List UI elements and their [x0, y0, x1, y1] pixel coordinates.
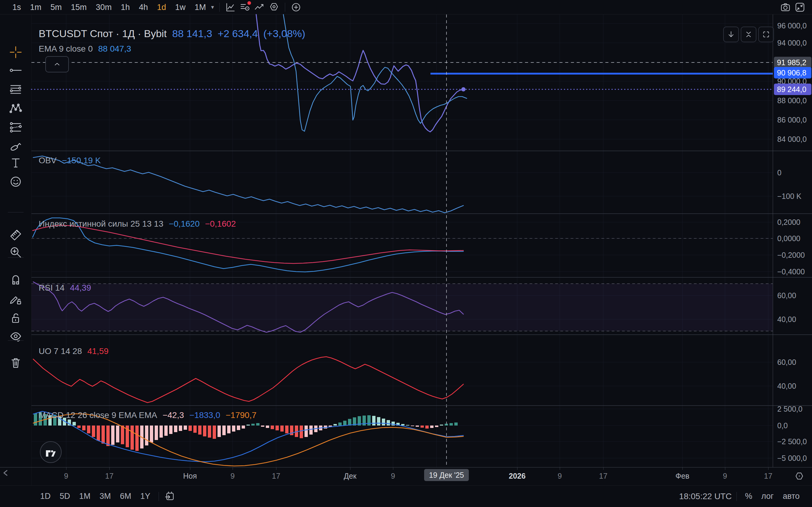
timeframe-button-1M[interactable]: 1M — [190, 1, 211, 13]
price-axis-label: 40,00 — [777, 315, 796, 324]
range-button-5D[interactable]: 5D — [55, 492, 75, 501]
timeframe-button-4h[interactable]: 4h — [135, 1, 153, 13]
trend-line-tool[interactable] — [6, 62, 26, 79]
macd-bar — [387, 420, 390, 426]
measure-tool[interactable] — [6, 225, 26, 243]
timeframe-button-1s[interactable]: 1s — [8, 1, 26, 13]
price-axis-label: 86 000,0 — [777, 116, 807, 124]
text-tool[interactable] — [6, 154, 26, 172]
timeframe-button-5m[interactable]: 5m — [46, 1, 66, 13]
indicator-legend-macd[interactable]: MACD 12 26 close 9 EMA EMA−42,3−1833,0−1… — [39, 410, 262, 420]
range-button-1D[interactable]: 1D — [36, 492, 55, 501]
indicator-legend-ema[interactable]: EMA 9 close 088 047,3 — [39, 44, 137, 54]
scale-button-2[interactable]: авто — [778, 492, 804, 501]
legend-rsi-part: RSI 14 — [39, 283, 65, 293]
time-axis-tick — [233, 467, 233, 470]
macd-bar — [416, 426, 419, 427]
price-axis[interactable]: 96 000,094 000,090 000,088 000,086 000,0… — [773, 14, 812, 467]
collapse-panes-button[interactable] — [741, 26, 756, 42]
timeframe-button-1m[interactable]: 1m — [26, 1, 46, 13]
time-axis-tick — [109, 467, 110, 470]
emoji-tool[interactable] — [6, 173, 26, 190]
macd-bar — [271, 426, 274, 429]
bottom-toolbar: 1D5D1M3M6M1Y 18:05:22 UTC %логавто — [0, 485, 812, 507]
price-axis-label: −2 500,0 — [777, 437, 807, 446]
goto-date-button[interactable] — [162, 490, 177, 503]
range-button-1M[interactable]: 1M — [74, 492, 95, 501]
drawing-lock-tool[interactable] — [6, 290, 26, 308]
hide-drawings-tool[interactable] — [6, 327, 26, 345]
projection-tool[interactable] — [6, 118, 26, 136]
time-axis-tick — [560, 467, 560, 470]
range-button-3M[interactable]: 3M — [95, 492, 116, 501]
gear-hex-icon — [794, 471, 805, 482]
divider — [8, 258, 23, 258]
timeframe-button-15m[interactable]: 15m — [66, 1, 92, 13]
macd-bar — [247, 425, 250, 426]
maximize-pane-button[interactable] — [758, 26, 774, 42]
notification-dot — [247, 1, 251, 5]
indicator-templates-button[interactable] — [267, 1, 281, 14]
legend-obv-part: −150,19 K — [62, 156, 101, 165]
compare-button[interactable] — [252, 1, 267, 14]
range-button-1Y[interactable]: 1Y — [136, 492, 155, 501]
legend-ema-part: EMA 9 close 0 — [39, 44, 93, 54]
timeframe-button-1h[interactable]: 1h — [116, 1, 135, 13]
indicators-button[interactable] — [238, 1, 252, 14]
price-axis-label: 60,00 — [777, 291, 796, 300]
time-axis-tick — [725, 467, 725, 470]
projection-icon — [9, 120, 23, 134]
indicator-legend-rsi[interactable]: RSI 1444,39 — [39, 283, 97, 293]
restore-pane-button[interactable] — [45, 56, 69, 72]
lock-all-tool[interactable] — [6, 309, 26, 327]
time-axis-label: 9 — [231, 472, 235, 481]
macd-bar — [251, 424, 255, 426]
time-axis[interactable]: 19 Дек '25 917Ноя917Дек92026917Фев917 — [0, 467, 812, 486]
last-price-dot — [461, 87, 465, 92]
time-axis-label: Дек — [344, 472, 356, 481]
timeframe-dropdown-caret[interactable]: ▾ — [211, 4, 214, 11]
axis-settings-icon[interactable] — [793, 470, 806, 483]
tradingview-logo[interactable] — [40, 441, 62, 463]
timeframe-button-1w[interactable]: 1w — [171, 1, 190, 13]
indicator-templates-icon — [268, 1, 280, 13]
calendar-go-icon — [164, 490, 176, 502]
time-axis-tick — [603, 467, 604, 470]
timeframe-button-30m[interactable]: 30m — [91, 1, 116, 13]
indicator-legend-tsi[interactable]: Индекс истинной силы 25 13 13−0,1620−0,1… — [39, 219, 241, 229]
macd-bar — [382, 418, 385, 426]
time-axis-tick — [66, 467, 66, 470]
macd-bar — [87, 426, 90, 433]
zoom-in-tool[interactable] — [6, 243, 26, 261]
divider — [159, 492, 159, 501]
chart-style-button[interactable] — [223, 1, 238, 14]
magnet-tool[interactable] — [6, 271, 26, 288]
timeframe-button-1d[interactable]: 1d — [153, 1, 171, 13]
scroll-to-recent-button[interactable] — [723, 26, 739, 42]
fib-lines-tool[interactable] — [6, 80, 26, 98]
scale-button-1[interactable]: лог — [757, 492, 778, 501]
scale-button-0[interactable]: % — [741, 492, 757, 501]
remove-drawings-tool[interactable] — [6, 354, 26, 372]
price-axis-label: −5 000,0 — [777, 454, 807, 463]
add-button[interactable] — [289, 1, 303, 14]
indicator-legend-obv[interactable]: OBV−150,19 K — [39, 156, 106, 165]
crosshair-tool[interactable] — [6, 44, 26, 61]
indicator-legend-uo[interactable]: UO 7 14 2841,59 — [39, 346, 114, 356]
macd-bar — [203, 426, 206, 436]
macd-bar — [116, 426, 119, 442]
legend-uo-part: UO 7 14 28 — [39, 346, 82, 356]
xabcd-icon — [9, 101, 23, 115]
chart-plot-area[interactable] — [0, 0, 812, 507]
range-button-6M[interactable]: 6M — [115, 492, 136, 501]
legend-symbol-part: 88 141,3 — [172, 28, 212, 40]
pattern-tool[interactable] — [6, 100, 26, 117]
brush-tool[interactable] — [6, 137, 26, 155]
legend-tsi-part: −0,1602 — [205, 219, 236, 229]
time-axis-tick — [393, 467, 393, 470]
macd-bar — [232, 426, 235, 432]
macd-bar — [450, 423, 453, 426]
ruler-icon — [9, 227, 23, 241]
indicator-legend-symbol[interactable]: BTCUSDT Спот · 1Д · Bybit88 141,3+2 634,… — [39, 28, 311, 40]
clock[interactable]: 18:05:22 UTC — [679, 492, 733, 501]
